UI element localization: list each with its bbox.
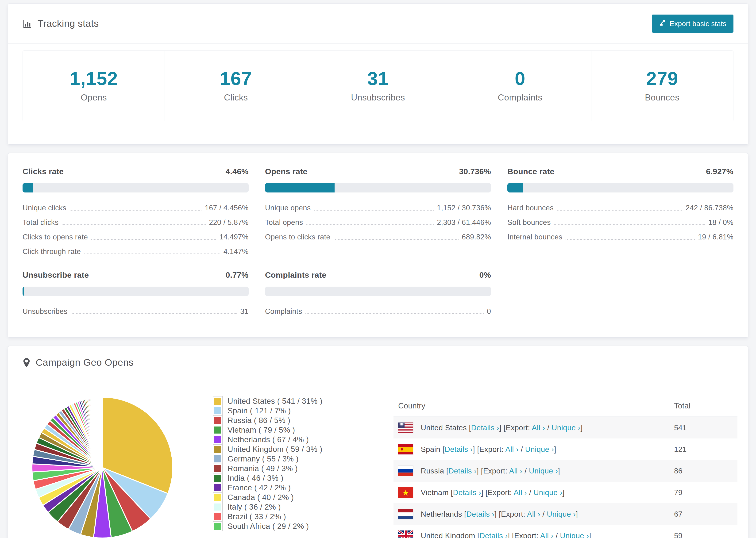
rate-block-bounce-rate: Bounce rate 6.927% Hard bounces 242 / 86… xyxy=(507,167,733,256)
rate-detail-row: Total clicks 220 / 5.87% xyxy=(23,218,249,227)
geo-table-row-vn: Vietnam [Details ›] [Export: All › / Uni… xyxy=(394,482,737,503)
legend-swatch xyxy=(213,473,223,483)
rate-detail-row: Unsubscribes 31 xyxy=(23,307,249,316)
export-unique-link[interactable]: Unique › xyxy=(529,467,558,475)
country-cell: Spain [Details ›] [Export: All › / Uniqu… xyxy=(421,445,674,454)
legend-item: South Africa ( 29 / 2% ) xyxy=(213,521,356,531)
rate-title: Complaints rate xyxy=(265,270,326,280)
stat-value: 0 xyxy=(452,68,589,89)
rate-title: Opens rate xyxy=(265,167,307,176)
flag-ru-icon xyxy=(398,466,413,476)
dotted-leader xyxy=(334,239,459,240)
legend-item: Spain ( 121 / 7% ) xyxy=(213,406,356,415)
progress-bar xyxy=(23,183,249,192)
legend-item: Germany ( 55 / 3% ) xyxy=(213,454,356,463)
legend-item: India ( 46 / 3% ) xyxy=(213,473,356,483)
stat-label: Clicks xyxy=(167,93,304,103)
geo-table-row-us: United States [Details ›] [Export: All ›… xyxy=(394,417,737,439)
details-link[interactable]: Details › xyxy=(453,488,481,497)
export-unique-link[interactable]: Unique › xyxy=(533,488,562,497)
export-all-link[interactable]: All › xyxy=(514,488,527,497)
legend-item: Netherlands ( 67 / 4% ) xyxy=(213,435,356,444)
export-unique-link[interactable]: Unique › xyxy=(547,510,576,518)
legend-swatch xyxy=(213,435,223,445)
dotted-leader xyxy=(305,313,484,314)
dotted-leader xyxy=(70,210,202,211)
rate-value: 0.77% xyxy=(226,270,249,280)
export-all-link[interactable]: All › xyxy=(509,467,523,475)
stat-label: Complaints xyxy=(452,93,589,103)
rates-grid: Clicks rate 4.46% Unique clicks 167 / 4.… xyxy=(8,153,748,337)
dotted-leader xyxy=(554,224,705,225)
rate-detail-row: Internal bounces 19 / 6.81% xyxy=(507,233,733,241)
geo-table: Country Total United States [Details ›] … xyxy=(394,395,737,538)
rate-block-clicks-rate: Clicks rate 4.46% Unique clicks 167 / 4.… xyxy=(23,167,249,256)
legend-item: France ( 42 / 2% ) xyxy=(213,483,356,493)
pie-legend: United States ( 541 / 31% ) Spain ( 121 … xyxy=(213,395,356,538)
map-pin-icon xyxy=(23,358,30,368)
progress-fill xyxy=(23,183,33,192)
export-all-link[interactable]: All › xyxy=(540,531,554,538)
legend-item: Italy ( 36 / 2% ) xyxy=(213,502,356,512)
details-link[interactable]: Details › xyxy=(449,467,477,475)
geo-table-header: Country Total xyxy=(394,395,737,417)
geo-table-row-nl: Netherlands [Details ›] [Export: All › /… xyxy=(394,503,737,525)
geo-table-row-ru: Russia [Details ›] [Export: All › / Uniq… xyxy=(394,460,737,482)
details-link[interactable]: Details › xyxy=(471,423,499,432)
details-link[interactable]: Details › xyxy=(445,445,473,454)
geo-opens-title: Campaign Geo Opens xyxy=(23,357,134,368)
country-cell: United Kingdom [Details ›] [Export: All … xyxy=(421,531,674,538)
stat-complaints: 0 Complaints xyxy=(449,51,591,121)
stat-value: 31 xyxy=(309,68,446,89)
legend-swatch xyxy=(213,406,223,416)
stat-value: 279 xyxy=(594,68,730,89)
legend-item: Vietnam ( 79 / 5% ) xyxy=(213,425,356,435)
page-title: Tracking stats xyxy=(37,18,99,29)
progress-bar xyxy=(265,183,491,192)
dotted-leader xyxy=(84,253,220,254)
legend-swatch xyxy=(213,483,223,493)
rate-detail-row: Hard bounces 242 / 86.738% xyxy=(507,204,733,212)
flag-us-icon xyxy=(398,422,413,433)
legend-swatch xyxy=(213,502,223,512)
legend-swatch xyxy=(213,493,223,502)
export-all-link[interactable]: All › xyxy=(527,510,540,518)
tracking-stats-header: Tracking stats Export basic stats xyxy=(8,4,748,44)
details-link[interactable]: Details › xyxy=(466,510,495,518)
flag-nl-icon xyxy=(398,509,413,519)
export-unique-link[interactable]: Unique › xyxy=(560,531,589,538)
country-cell: Russia [Details ›] [Export: All › / Uniq… xyxy=(421,467,674,475)
details-link[interactable]: Details › xyxy=(479,531,508,538)
dotted-leader xyxy=(62,224,205,225)
tracking-stats-title: Tracking stats xyxy=(23,18,99,29)
legend-swatch xyxy=(213,396,223,406)
flag-gb-icon xyxy=(398,530,413,538)
dotted-leader xyxy=(566,239,694,240)
stat-clicks: 167 Clicks xyxy=(165,51,307,121)
dotted-leader xyxy=(557,210,682,211)
legend-swatch xyxy=(213,415,223,425)
total-cell: 541 xyxy=(674,423,733,432)
dotted-leader xyxy=(71,313,237,314)
rate-detail-row: Opens to clicks rate 689.82% xyxy=(265,233,491,241)
total-cell: 79 xyxy=(674,488,733,497)
legend-item: United States ( 541 / 31% ) xyxy=(213,396,356,406)
rate-detail-row: Complaints 0 xyxy=(265,307,491,316)
export-unique-link[interactable]: Unique › xyxy=(552,423,580,432)
export-all-link[interactable]: All › xyxy=(532,423,545,432)
export-icon xyxy=(659,19,666,28)
export-basic-stats-button[interactable]: Export basic stats xyxy=(652,15,733,32)
geo-opens-header: Campaign Geo Opens xyxy=(8,346,748,379)
rate-detail-row: Click through rate 4.147% xyxy=(23,247,249,256)
geo-pie-chart xyxy=(29,395,182,538)
total-cell: 59 xyxy=(674,531,733,538)
legend-swatch xyxy=(213,454,223,464)
geo-table-row-gb: United Kingdom [Details ›] [Export: All … xyxy=(394,525,737,538)
export-all-link[interactable]: All › xyxy=(505,445,519,454)
page: Tracking stats Export basic stats 1,152 … xyxy=(0,0,756,538)
rate-block-complaints-rate: Complaints rate 0% Complaints 0 xyxy=(265,270,491,316)
rate-detail-row: Unique opens 1,152 / 30.736% xyxy=(265,204,491,212)
stat-bounces: 279 Bounces xyxy=(591,51,733,121)
export-unique-link[interactable]: Unique › xyxy=(525,445,554,454)
stat-label: Bounces xyxy=(594,93,730,103)
